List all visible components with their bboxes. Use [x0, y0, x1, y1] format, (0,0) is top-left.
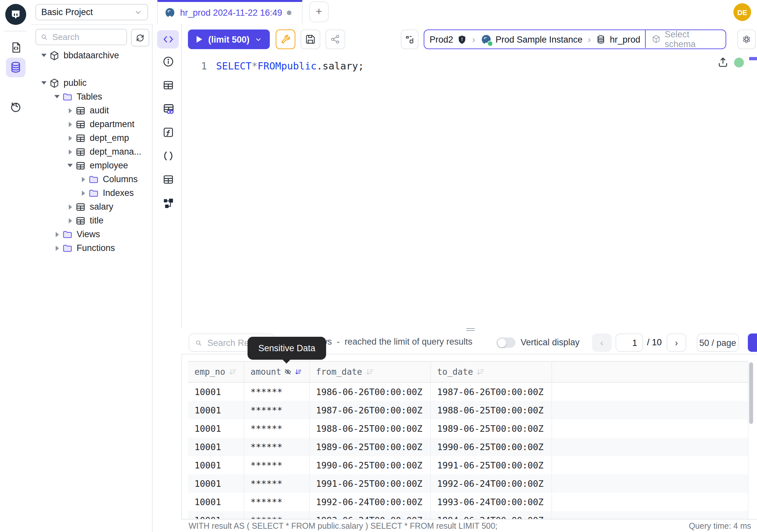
tables-panel-button[interactable] [161, 77, 176, 93]
caret-down-icon[interactable] [66, 164, 75, 167]
tree-item-salary[interactable]: salary [31, 200, 152, 214]
table-cell[interactable]: 10001 [188, 511, 244, 519]
connection-panel-button[interactable] [401, 29, 418, 49]
table-cell[interactable]: 1991-06-25T00:00:00Z [309, 474, 430, 493]
tree-item-columns[interactable]: Columns [31, 172, 152, 186]
run-query-button[interactable]: (limit 500) [188, 29, 270, 49]
tree-item-title[interactable]: title [31, 214, 152, 227]
panel-splitter[interactable] [181, 328, 757, 331]
table-cell[interactable]: 10001 [188, 474, 244, 493]
table-cell[interactable]: 1992-06-24T00:00:00Z [309, 493, 430, 511]
column-header-to_date[interactable]: to_date [430, 361, 551, 382]
worksheet-nav-button[interactable] [8, 39, 24, 55]
table-row[interactable]: 10001******1987-06-26T00:00:00Z1988-06-2… [188, 401, 748, 419]
add-tab-button[interactable]: + [309, 1, 329, 22]
table-cell[interactable]: 1989-06-25T00:00:00Z [430, 419, 551, 438]
caret-down-icon[interactable] [52, 95, 62, 98]
tree-item-employee[interactable]: employee [31, 159, 152, 172]
tree-item-tables[interactable]: Tables [31, 90, 152, 104]
tree-item-public[interactable]: public [31, 76, 152, 90]
table-cell[interactable]: ****** [244, 474, 309, 493]
table-cell[interactable]: 1988-06-25T00:00:00Z [309, 419, 430, 438]
ai-assistant-button[interactable] [737, 29, 756, 49]
share-button[interactable] [325, 29, 345, 49]
select-schema[interactable]: Select schema [645, 30, 725, 48]
database-segment[interactable]: hr_prod [591, 34, 645, 44]
caret-right-icon[interactable] [66, 218, 75, 223]
table-cell[interactable]: 1990-06-25T00:00:00Z [309, 456, 430, 474]
caret-right-icon[interactable] [66, 135, 75, 141]
table-cell[interactable]: 1987-06-26T00:00:00Z [309, 401, 430, 419]
save-sheet-button[interactable] [301, 29, 320, 49]
table-cell[interactable]: ****** [244, 438, 309, 456]
eye-off-icon[interactable] [285, 367, 292, 376]
export-button[interactable] [748, 333, 757, 352]
project-select[interactable]: Basic Project [35, 4, 148, 20]
caret-right-icon[interactable] [52, 232, 62, 237]
column-header-from_date[interactable]: from_date [309, 361, 430, 382]
tree-item-department[interactable]: department [31, 117, 152, 131]
prev-page-button[interactable]: ‹ [592, 333, 612, 352]
results-table[interactable]: emp_noamountfrom_dateto_date10001******1… [188, 361, 748, 519]
info-panel-button[interactable] [161, 54, 176, 70]
column-header-emp_no[interactable]: emp_no [188, 361, 244, 382]
tree-item-views[interactable]: Views [31, 227, 152, 241]
schema-diagram-panel-button[interactable] [161, 195, 176, 211]
page-size-select[interactable]: 50 / page [697, 333, 739, 352]
external-tables-panel-button[interactable] [161, 172, 176, 187]
table-cell[interactable]: ****** [244, 419, 309, 438]
table-cell[interactable]: ****** [244, 493, 309, 511]
table-cell[interactable]: ****** [244, 401, 309, 419]
sort-icon[interactable] [365, 367, 374, 376]
table-cell[interactable]: 1993-06-24T00:00:00Z [309, 511, 430, 519]
table-cell[interactable]: 1987-06-26T00:00:00Z [430, 382, 551, 401]
avatar[interactable]: DE [733, 3, 751, 21]
table-cell[interactable]: 1988-06-25T00:00:00Z [430, 401, 551, 419]
vertical-display-toggle[interactable] [497, 337, 515, 348]
table-cell[interactable]: 1992-06-24T00:00:00Z [430, 474, 551, 493]
sql-editor-mode-button[interactable] [157, 30, 179, 48]
table-cell[interactable]: 1989-06-25T00:00:00Z [309, 438, 430, 456]
caret-down-icon[interactable] [39, 54, 48, 57]
tree-item-functions[interactable]: Functions [31, 241, 152, 255]
sql-code-line[interactable]: SELECT * FROM public.salary; [216, 59, 364, 73]
database-nav-button[interactable] [8, 60, 24, 75]
instance-segment[interactable]: Prod Sample Instance [475, 34, 588, 45]
bytebase-logo[interactable] [5, 4, 26, 25]
results-scrollbar[interactable] [749, 362, 753, 424]
caret-right-icon[interactable] [66, 108, 75, 113]
sensitive-data-panel-button[interactable] [161, 101, 176, 117]
caret-right-icon[interactable] [66, 121, 75, 127]
sidebar-search[interactable] [35, 29, 127, 45]
table-cell[interactable]: 10001 [188, 401, 244, 419]
table-cell[interactable]: ****** [244, 511, 309, 519]
sort-icon[interactable] [476, 367, 485, 376]
caret-right-icon[interactable] [78, 176, 88, 182]
sql-editor[interactable] [182, 51, 757, 328]
table-cell[interactable]: 10001 [188, 493, 244, 511]
tree-item-bbdataarchive[interactable]: bbdataarchive [31, 48, 152, 62]
table-cell[interactable]: 1993-06-24T00:00:00Z [430, 493, 551, 511]
next-page-button[interactable]: › [667, 333, 686, 352]
table-row[interactable]: 10001******1988-06-25T00:00:00Z1989-06-2… [188, 419, 748, 438]
table-row[interactable]: 10001******1993-06-24T00:00:00Z1994-06-2… [188, 511, 748, 519]
table-row[interactable]: 10001******1989-06-25T00:00:00Z1990-06-2… [188, 438, 748, 456]
table-cell[interactable]: 1994-06-24T00:00:00Z [430, 511, 551, 519]
caret-right-icon[interactable] [52, 245, 62, 251]
tree-item-audit[interactable]: audit [31, 104, 152, 117]
table-row[interactable]: 10001******1992-06-24T00:00:00Z1993-06-2… [188, 493, 748, 511]
table-cell[interactable]: 1986-06-26T00:00:00Z [309, 382, 430, 401]
functions-panel-button[interactable] [161, 124, 176, 140]
tree-item-dept-mana-[interactable]: dept_mana... [31, 145, 152, 159]
refresh-schema-button[interactable] [131, 29, 149, 47]
table-row[interactable]: 10001******1986-06-26T00:00:00Z1987-06-2… [188, 382, 748, 401]
environment-segment[interactable]: Prod2 [424, 34, 472, 44]
tree-item-indexes[interactable]: Indexes [31, 186, 152, 200]
caret-right-icon[interactable] [66, 204, 75, 209]
sort-icon[interactable] [228, 367, 237, 376]
table-cell[interactable]: 10001 [188, 382, 244, 401]
table-cell[interactable]: 10001 [188, 419, 244, 438]
column-header-amount[interactable]: amount [244, 361, 309, 382]
sort-icon[interactable] [295, 367, 302, 376]
table-cell[interactable]: 1991-06-25T00:00:00Z [430, 456, 551, 474]
